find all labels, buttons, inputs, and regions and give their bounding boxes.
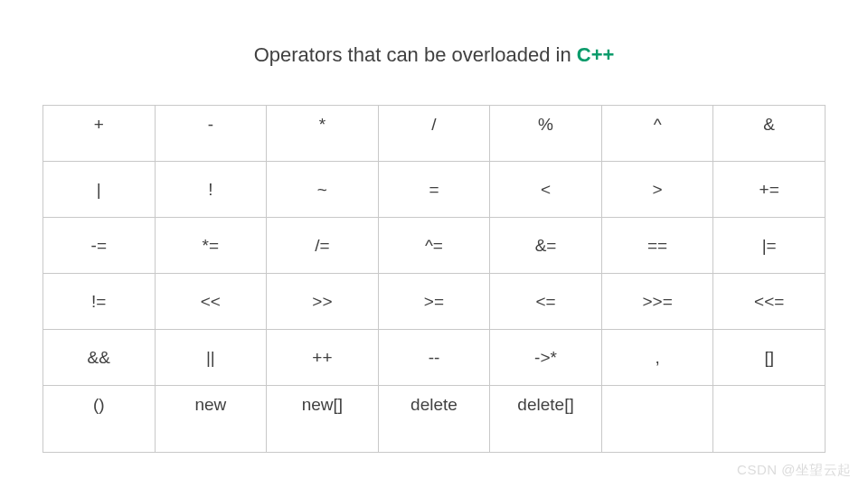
- table-cell: ^: [601, 106, 713, 162]
- table-cell: ->*: [490, 330, 602, 386]
- table-cell: =: [378, 162, 490, 218]
- table-cell: *: [267, 106, 379, 162]
- table-cell: >>: [267, 274, 379, 330]
- table-cell: []: [713, 330, 826, 386]
- table-row: | ! ~ = < > +=: [43, 162, 826, 218]
- table-cell: (): [43, 386, 156, 453]
- table-cell: [713, 386, 826, 453]
- table-cell: ==: [601, 218, 713, 274]
- table-cell: new: [155, 386, 267, 453]
- table-cell: <=: [490, 274, 602, 330]
- table-row: != << >> >= <= >>= <<=: [43, 274, 826, 330]
- table-cell: |=: [713, 218, 826, 274]
- table-cell: ||: [155, 330, 267, 386]
- watermark: CSDN @坐望云起: [737, 462, 852, 479]
- table-cell: [601, 386, 713, 453]
- table-cell: <: [490, 162, 602, 218]
- table-cell: >>=: [601, 274, 713, 330]
- table-cell: ~: [267, 162, 379, 218]
- table-cell: &: [713, 106, 826, 162]
- table-cell: -=: [43, 218, 156, 274]
- table-row: && || ++ -- ->* , []: [43, 330, 826, 386]
- operators-table: + - * / % ^ & | ! ~ = < > += -= *= /= ^=…: [42, 105, 826, 453]
- table-cell: new[]: [267, 386, 379, 453]
- page-title: Operators that can be overloaded in C++: [254, 43, 615, 67]
- table-cell: -: [155, 106, 267, 162]
- table-cell: &=: [490, 218, 602, 274]
- table-cell: >=: [378, 274, 490, 330]
- table-cell: !: [155, 162, 267, 218]
- table-row: -= *= /= ^= &= == |=: [43, 218, 826, 274]
- table-cell: --: [378, 330, 490, 386]
- table-row: () new new[] delete delete[]: [43, 386, 826, 453]
- table-cell: %: [490, 106, 602, 162]
- table-row: + - * / % ^ &: [43, 106, 826, 162]
- table-cell: &&: [43, 330, 156, 386]
- table-cell: >: [601, 162, 713, 218]
- table-cell: <<=: [713, 274, 826, 330]
- table-cell: delete: [378, 386, 490, 453]
- table-cell: ,: [601, 330, 713, 386]
- table-cell: +: [43, 106, 156, 162]
- table-cell: <<: [155, 274, 267, 330]
- table-cell: *=: [155, 218, 267, 274]
- table-cell: ^=: [378, 218, 490, 274]
- title-accent: C++: [577, 43, 615, 66]
- table-cell: /=: [267, 218, 379, 274]
- table-cell: +=: [713, 162, 826, 218]
- table-cell: |: [43, 162, 156, 218]
- table-cell: !=: [43, 274, 156, 330]
- title-prefix: Operators that can be overloaded in: [254, 43, 577, 66]
- table-cell: /: [378, 106, 490, 162]
- table-cell: ++: [267, 330, 379, 386]
- table-cell: delete[]: [490, 386, 602, 453]
